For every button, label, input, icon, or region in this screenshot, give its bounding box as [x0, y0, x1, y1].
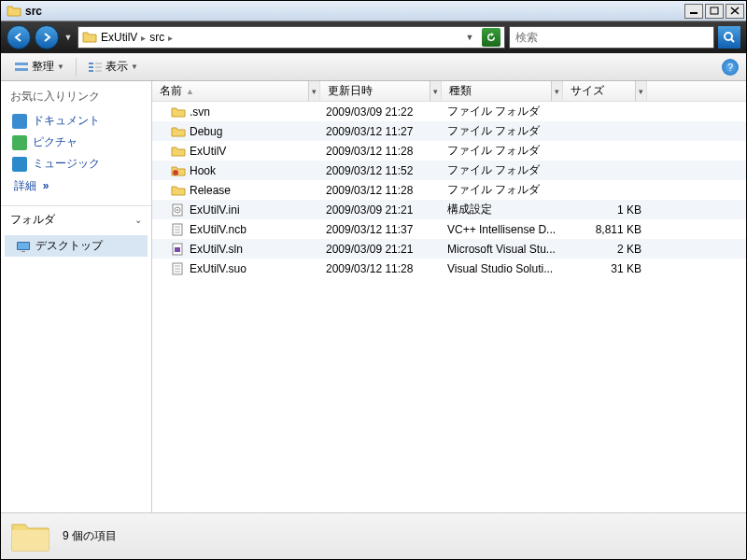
column-size[interactable]: サイズ ▾ [563, 81, 647, 101]
file-list: 名前 ▲ ▾ 更新日時 ▾ 種類 ▾ サイズ ▾ .svn2009/03/09 … [152, 81, 746, 512]
file-icon [171, 145, 186, 158]
file-type: VC++ Intellisense D... [442, 223, 563, 236]
file-name: ExUtilV [190, 145, 226, 158]
file-type: Microsoft Visual Stu... [442, 243, 563, 256]
file-name: .svn [190, 105, 210, 119]
svg-rect-8 [89, 63, 93, 64]
organize-button[interactable]: 整理 ▼ [8, 57, 70, 77]
breadcrumb-item[interactable]: ExUtilV [101, 31, 137, 44]
minimize-button[interactable] [684, 4, 703, 19]
nav-bar: ▼ ExUtilV ▸ src ▸ ▼ [1, 21, 746, 53]
file-date: 2009/03/12 11:37 [320, 223, 442, 236]
file-row[interactable]: Debug2009/03/12 11:27ファイル フォルダ [152, 121, 746, 141]
file-icon [171, 223, 186, 236]
sidebar: お気に入りリンク ドキュメントピクチャミュージック 詳細 » フォルダ ⌄ デス… [1, 81, 152, 512]
organize-label: 整理 [32, 59, 54, 75]
column-type[interactable]: 種類 ▾ [442, 81, 563, 101]
file-date: 2009/03/09 21:21 [320, 243, 442, 256]
column-dropdown-icon[interactable]: ▾ [635, 81, 646, 101]
file-icon [171, 164, 186, 177]
favorites-header: お気に入りリンク [1, 81, 151, 110]
file-name: Hook [190, 164, 216, 177]
file-size: 8,811 KB [563, 223, 647, 236]
file-type: ファイル フォルダ [442, 143, 563, 159]
sort-asc-icon: ▲ [186, 87, 194, 96]
breadcrumb-chevron-icon[interactable]: ▸ [141, 33, 146, 43]
file-date: 2009/03/12 11:52 [320, 164, 442, 177]
refresh-button[interactable] [482, 28, 500, 47]
favorite-link[interactable]: ドキュメント [1, 110, 151, 132]
file-date: 2009/03/09 21:21 [320, 203, 442, 217]
tree-item-desktop[interactable]: デスクトップ [5, 235, 148, 257]
column-dropdown-icon[interactable]: ▾ [430, 81, 441, 101]
tree-item-label: デスクトップ [35, 238, 103, 254]
folder-icon [10, 519, 51, 554]
search-input[interactable] [510, 31, 713, 44]
file-row[interactable]: ExUtilV.sln2009/03/09 21:21Microsoft Vis… [152, 239, 746, 259]
organize-icon [14, 61, 29, 74]
file-size: 31 KB [563, 262, 647, 275]
svg-rect-15 [18, 243, 29, 249]
favorite-link[interactable]: ミュージック [1, 153, 151, 175]
favorite-icon [12, 114, 27, 129]
file-name: ExUtilV.ncb [190, 223, 247, 236]
file-date: 2009/03/09 21:22 [320, 105, 442, 119]
breadcrumb-chevron-icon[interactable]: ▸ [168, 33, 173, 43]
search-box [509, 26, 714, 49]
file-row[interactable]: Release2009/03/12 11:28ファイル フォルダ [152, 180, 746, 200]
svg-rect-6 [15, 63, 28, 65]
svg-rect-11 [95, 63, 102, 64]
file-icon [171, 262, 186, 275]
search-button[interactable] [718, 26, 740, 49]
file-date: 2009/03/12 11:27 [320, 125, 442, 138]
window-folder-icon [7, 4, 21, 19]
views-label: 表示 [106, 59, 128, 75]
chevron-down-icon: ▼ [131, 63, 138, 71]
status-text: 9 個の項目 [63, 528, 117, 544]
file-row[interactable]: .svn2009/03/09 21:22ファイル フォルダ [152, 102, 746, 121]
file-name: ExUtilV.sln [190, 243, 243, 256]
file-date: 2009/03/12 11:28 [320, 262, 442, 275]
svg-point-20 [176, 209, 178, 211]
file-row[interactable]: ExUtilV2009/03/12 11:28ファイル フォルダ [152, 141, 746, 161]
nav-history-dropdown[interactable]: ▼ [63, 25, 74, 49]
file-icon [171, 125, 186, 138]
file-type: 構成設定 [442, 202, 563, 217]
file-size: 1 KB [563, 203, 647, 217]
column-date[interactable]: 更新日時 ▾ [320, 81, 442, 101]
favorite-link[interactable]: ピクチャ [1, 132, 151, 153]
column-headers: 名前 ▲ ▾ 更新日時 ▾ 種類 ▾ サイズ ▾ [152, 81, 746, 102]
breadcrumb-item[interactable]: src [149, 31, 164, 44]
status-bar: 9 個の項目 [1, 512, 746, 559]
svg-rect-1 [711, 7, 718, 14]
file-date: 2009/03/12 11:28 [320, 184, 442, 197]
column-name[interactable]: 名前 ▲ ▾ [152, 81, 320, 101]
details-link[interactable]: 詳細 » [1, 175, 151, 198]
file-row[interactable]: ExUtilV.suo2009/03/12 11:28Visual Studio… [152, 259, 746, 278]
column-dropdown-icon[interactable]: ▾ [551, 81, 562, 101]
folders-tree-header[interactable]: フォルダ ⌄ [1, 205, 151, 233]
back-button[interactable] [7, 25, 31, 49]
address-bar[interactable]: ExUtilV ▸ src ▸ ▼ [78, 26, 505, 49]
file-type: ファイル フォルダ [442, 162, 563, 178]
desktop-icon [16, 240, 31, 253]
close-button[interactable] [726, 4, 744, 19]
file-row[interactable]: Hook2009/03/12 11:52ファイル フォルダ [152, 161, 746, 180]
column-dropdown-icon[interactable]: ▾ [308, 81, 319, 101]
svg-rect-9 [89, 66, 93, 68]
svg-point-4 [725, 33, 732, 40]
views-button[interactable]: 表示 ▼ [82, 57, 144, 77]
file-row[interactable]: ExUtilV.ini2009/03/09 21:21構成設定1 KB [152, 200, 746, 219]
address-dropdown-button[interactable]: ▼ [460, 28, 479, 47]
file-type: ファイル フォルダ [442, 104, 563, 119]
file-row[interactable]: ExUtilV.ncb2009/03/12 11:37VC++ Intellis… [152, 219, 746, 239]
file-name: Debug [190, 125, 222, 138]
file-name: ExUtilV.suo [190, 262, 247, 275]
file-size: 2 KB [563, 243, 647, 256]
svg-rect-26 [175, 247, 180, 252]
help-button[interactable]: ? [722, 59, 739, 76]
svg-rect-12 [95, 66, 102, 68]
maximize-button[interactable] [705, 4, 724, 19]
address-folder-icon [82, 31, 97, 44]
forward-button[interactable] [35, 25, 59, 49]
